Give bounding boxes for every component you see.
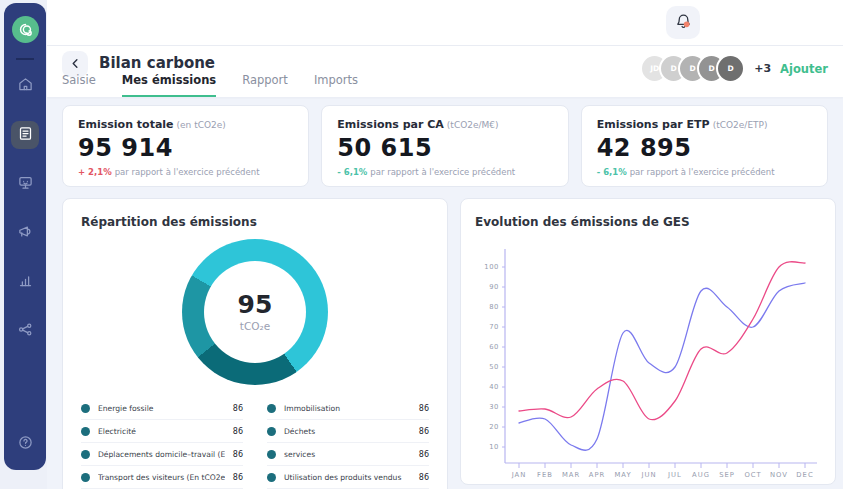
svg-text:50: 50 [489, 363, 499, 371]
kpi-row: Emission totale(en tCO2e)95 914+ 2,1% pa… [62, 105, 828, 187]
legend-value: 86 [419, 404, 429, 413]
chevron-left-icon [70, 57, 81, 72]
tab-saisie[interactable]: Saisie [62, 73, 96, 97]
legend-label: Déplacements domicile–travail (En tCO2e) [98, 450, 225, 459]
svg-text:MAR: MAR [562, 471, 580, 479]
sidebar [4, 3, 46, 470]
home-icon [18, 77, 33, 96]
legend-column-left: Energie fossile86Electricité86Déplacemen… [81, 397, 243, 489]
legend-row: Utilisation des produits vendus86 [267, 466, 429, 489]
svg-text:30: 30 [489, 403, 499, 411]
charts-row: Répartition des émissions 95 tCO₂e Energ… [62, 198, 828, 489]
sidebar-item-help[interactable] [11, 430, 39, 458]
donut-wrap: 95 tCO₂e [81, 239, 429, 385]
sidebar-nav [11, 72, 39, 345]
megaphone-icon [18, 224, 33, 243]
svg-text:MAY: MAY [614, 471, 631, 479]
legend-value: 86 [233, 427, 243, 436]
sidebar-item-analytics[interactable] [11, 268, 39, 296]
legend-value: 86 [419, 450, 429, 459]
notification-badge [683, 21, 689, 27]
kpi-card-emissions-par-etp: Emissions par ETP(tCO2e/ETP)42 895- 6,1%… [581, 105, 828, 187]
svg-text:60: 60 [489, 343, 499, 351]
kpi-unit: (en tCO2e) [177, 120, 226, 130]
legend-row: services86 [267, 443, 429, 466]
svg-text:10: 10 [489, 443, 499, 451]
legend-value: 86 [419, 427, 429, 436]
presentation-icon [18, 175, 33, 194]
donut-chart: 95 tCO₂e [182, 239, 328, 385]
legend-dot-icon [267, 450, 276, 459]
svg-text:DEC: DEC [796, 471, 813, 479]
tab-imports[interactable]: Imports [314, 73, 358, 97]
avatar[interactable]: D [716, 54, 745, 83]
legend-dot-icon [81, 473, 90, 482]
legend-value: 86 [233, 473, 243, 482]
sidebar-item-home[interactable] [11, 72, 39, 100]
kpi-title: Emission totale(en tCO2e) [78, 118, 293, 131]
header-actions: JDDDDD +3 Ajouter [640, 54, 828, 83]
legend-value: 86 [233, 450, 243, 459]
spiral-logo-icon [17, 21, 34, 38]
avatars-more-count: +3 [754, 62, 771, 75]
svg-text:APR: APR [589, 471, 605, 479]
kpi-value: 50 615 [337, 134, 552, 162]
svg-text:20: 20 [489, 423, 499, 431]
legend-label: Déchets [284, 427, 411, 436]
svg-text:AUG: AUG [692, 471, 710, 479]
legend-column-right: Immobilisation86Déchets86services86Utili… [267, 397, 429, 489]
svg-text:SEP: SEP [719, 471, 735, 479]
sidebar-item-presentations[interactable] [11, 170, 39, 198]
page-title: Bilan carbone [99, 54, 215, 72]
donut-center: 95 tCO₂e [204, 261, 306, 363]
sidebar-item-organization[interactable] [11, 317, 39, 345]
sidebar-item-announcements[interactable] [11, 219, 39, 247]
donut-center-unit: tCO₂e [240, 320, 270, 332]
emissions-breakdown-card: Répartition des émissions 95 tCO₂e Energ… [62, 198, 448, 489]
donut-legend: Energie fossile86Electricité86Déplacemen… [81, 397, 429, 489]
legend-value: 86 [419, 473, 429, 482]
legend-label: Electricité [98, 427, 225, 436]
svg-text:40: 40 [489, 383, 499, 391]
ges-evolution-card: Evolution des émissions de GES 102030405… [460, 198, 836, 485]
network-icon [18, 322, 33, 341]
donut-chart-title: Répartition des émissions [81, 215, 429, 229]
legend-row: Déchets86 [267, 420, 429, 443]
page-header: Bilan carbone JDDDDD +3 Ajouter SaisieMe… [47, 45, 843, 97]
legend-label: services [284, 450, 411, 459]
kpi-unit: (tCO2e/M€) [447, 120, 499, 130]
kpi-value: 42 895 [597, 134, 812, 162]
kpi-delta: - 6,1% par rapport à l'exercice précéden… [597, 167, 812, 177]
app-logo [12, 16, 39, 43]
kpi-value: 95 914 [78, 134, 293, 162]
sidebar-item-documents[interactable] [11, 121, 39, 149]
tab-rapport[interactable]: Rapport [242, 73, 288, 97]
kpi-delta: - 6,1% par rapport à l'exercice précéden… [337, 167, 552, 177]
add-member-button[interactable]: Ajouter [780, 62, 828, 76]
bar-chart-icon [18, 273, 33, 292]
svg-text:90: 90 [489, 283, 499, 291]
tabs: SaisieMes émissionsRapportImports [62, 73, 358, 97]
bell-icon [675, 13, 692, 33]
legend-label: Utilisation des produits vendus [284, 473, 411, 482]
legend-row: Immobilisation86 [267, 397, 429, 420]
line-chart-title: Evolution des émissions de GES [475, 215, 823, 229]
tab-mes-emissions[interactable]: Mes émissions [122, 73, 216, 97]
notifications-button[interactable] [666, 6, 700, 39]
svg-text:80: 80 [489, 303, 499, 311]
help-icon [18, 435, 33, 454]
svg-text:100: 100 [484, 263, 499, 271]
svg-text:JAN: JAN [511, 471, 527, 479]
svg-text:70: 70 [489, 323, 499, 331]
legend-label: Immobilisation [284, 404, 411, 413]
kpi-card-emission-totale: Emission totale(en tCO2e)95 914+ 2,1% pa… [62, 105, 309, 187]
line-series [519, 262, 805, 420]
sidebar-divider [16, 58, 34, 60]
line-series [519, 283, 805, 450]
legend-value: 86 [233, 404, 243, 413]
svg-text:FEB: FEB [537, 471, 553, 479]
svg-text:JUN: JUN [640, 471, 656, 479]
document-icon [18, 126, 33, 145]
legend-label: Energie fossile [98, 404, 225, 413]
legend-row: Déplacements domicile–travail (En tCO2e)… [81, 443, 243, 466]
